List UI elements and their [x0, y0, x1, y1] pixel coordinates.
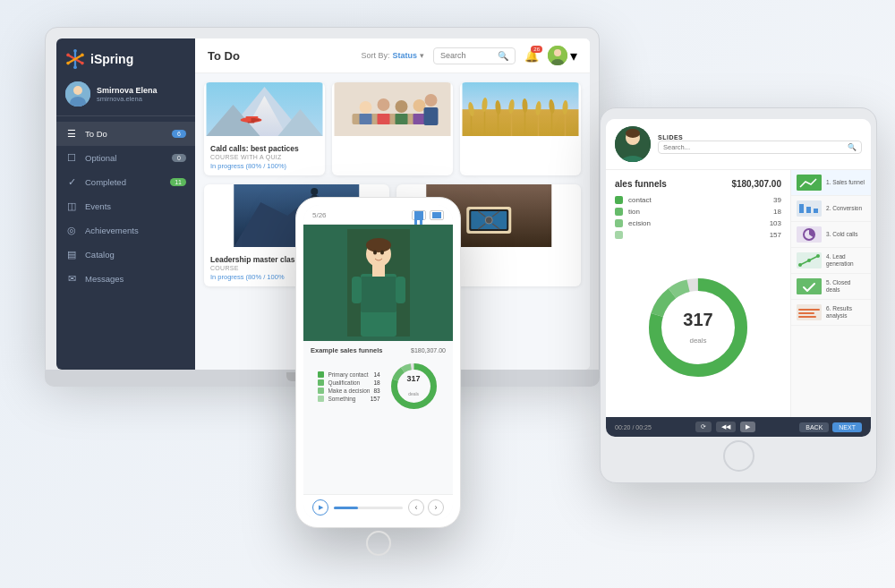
tablet-legend-row-1: tion 18 — [615, 208, 781, 216]
tablet-legend-label-1: tion — [628, 208, 640, 216]
phone-next-button[interactable]: › — [428, 499, 444, 516]
messages-icon: ✉ — [65, 273, 78, 285]
phone-donut-chart: 317 deals — [389, 362, 439, 411]
course-card-2[interactable] — [460, 82, 581, 175]
sidebar-item-todo[interactable]: ☰ To Do 6 — [56, 122, 195, 146]
footer-play-btn[interactable]: ▶ — [740, 422, 755, 432]
legend-dot-1 — [318, 379, 324, 386]
sidebar-item-events-label: Events — [85, 201, 111, 211]
notif-badge: 26 — [531, 46, 542, 53]
svg-point-34 — [425, 94, 438, 107]
sidebar-item-optional[interactable]: ☐ Optional 0 — [56, 146, 195, 170]
footer-back-btn[interactable]: BACK — [799, 422, 829, 432]
tablet-legend-row-3: 157 — [615, 231, 781, 239]
tablet-slide-2[interactable]: 2. Conversion — [791, 196, 871, 222]
tablet-slide-4[interactable]: 4. Lead generation — [791, 248, 871, 274]
user-menu-button[interactable]: ▾ — [548, 46, 577, 65]
tablet-legend-row-2: ecision 103 — [615, 219, 781, 227]
tablet-home-button[interactable] — [723, 440, 754, 472]
legend-label-0: Primary contact — [328, 371, 368, 378]
phone-progress-bar — [334, 507, 403, 509]
footer-controls: ⟳ ◀◀ ▶ — [695, 422, 755, 432]
laptop-sidebar: iSpring Smirnova Elena smirno — [56, 38, 195, 370]
phone-list-view[interactable] — [430, 210, 444, 220]
tablet-slide-6[interactable]: 6. Results analysis — [791, 300, 871, 326]
tablet-slide-1[interactable]: 1. Sales funnel — [791, 170, 871, 196]
user-info: Smirnova Elena smirnova.elena — [97, 86, 186, 103]
slide-thumb-6 — [797, 304, 822, 320]
sidebar-item-achievements[interactable]: ◎ Achievements — [56, 218, 195, 243]
sidebar-user: Smirnova Elena smirnova.elena — [56, 76, 195, 116]
search-input[interactable] — [440, 51, 494, 60]
svg-rect-32 — [396, 114, 408, 124]
phone-shell: 5/26 — [295, 197, 461, 528]
tablet-slide-3[interactable]: 3. Cold calls — [791, 222, 871, 248]
svg-point-8 — [81, 54, 84, 57]
tablet-legend-dot-1 — [615, 208, 623, 216]
tablet-screen: SLIDES 🔍 ales funnels $180,307.00 — [606, 119, 871, 437]
footer-replay-btn[interactable]: ⟳ — [695, 422, 712, 432]
search-box[interactable]: 🔍 — [433, 47, 516, 64]
svg-point-5 — [66, 54, 70, 57]
footer-nav: BACK NEXT — [799, 422, 862, 432]
tablet-donut-number: 317 — [683, 309, 712, 329]
tablet-shell: SLIDES 🔍 ales funnels $180,307.00 — [600, 107, 877, 483]
footer-rewind-btn[interactable]: ◀◀ — [716, 422, 736, 432]
tablet: SLIDES 🔍 ales funnels $180,307.00 — [600, 107, 877, 483]
tablet-chart-title: ales funnels — [615, 179, 667, 192]
sort-arrow[interactable]: ▾ — [420, 51, 424, 60]
optional-icon: ☐ — [65, 152, 78, 164]
notification-button[interactable]: 🔔 26 — [524, 49, 539, 63]
sort-value[interactable]: Status — [392, 51, 417, 60]
svg-rect-106 — [798, 316, 816, 318]
legend-item-0: Primary contact 14 — [318, 371, 379, 378]
logo-text: iSpring — [90, 52, 133, 66]
phone-home-button[interactable] — [366, 531, 391, 556]
sidebar-item-messages[interactable]: ✉ Messages — [56, 267, 195, 291]
presenter-avatar — [347, 229, 410, 337]
sidebar-item-completed[interactable]: ✓ Completed 11 — [56, 170, 195, 194]
svg-rect-31 — [378, 114, 390, 124]
legend-dot-3 — [318, 396, 324, 402]
svg-rect-104 — [798, 309, 820, 311]
tablet-content: ales funnels $180,307.00 contact 39 — [606, 170, 871, 417]
tablet-search-icon: 🔍 — [848, 143, 857, 151]
sort-by: Sort By: Status ▾ — [361, 51, 424, 60]
user-header-avatar — [548, 46, 567, 65]
sidebar-item-events[interactable]: ◫ Events — [56, 194, 195, 218]
tablet-search-input[interactable] — [663, 143, 845, 151]
svg-rect-35 — [424, 107, 439, 125]
course-card-0[interactable]: Cald calls: best pactices COURSE WITH A … — [204, 82, 325, 175]
phone-grid-view[interactable] — [412, 210, 426, 220]
legend-label-1: Qualification — [328, 379, 360, 386]
phone-chart-title: Example sales funnels — [311, 346, 382, 354]
slide-thumb-3 — [797, 226, 822, 243]
tablet-slide-5[interactable]: 5. Closed deals — [791, 274, 871, 300]
tablet-legend-dot-0 — [615, 196, 623, 204]
tablet-search-box[interactable]: 🔍 — [658, 141, 862, 154]
user-dropdown-arrow: ▾ — [570, 47, 577, 64]
footer-next-btn[interactable]: NEXT — [832, 422, 862, 432]
tablet-legend-val-1: 18 — [773, 208, 781, 216]
svg-point-72 — [366, 238, 391, 252]
legend-dot-0 — [318, 371, 324, 378]
slide-thumb-4 — [797, 252, 822, 268]
phone-play-button[interactable] — [312, 499, 328, 516]
slide-thumb-1 — [797, 175, 822, 191]
svg-point-13 — [554, 49, 561, 56]
phone-prev-button[interactable]: ‹ — [408, 499, 424, 516]
tablet-donut-text: 317 deals — [683, 309, 712, 345]
legend-item-1: Qualification 18 — [318, 379, 379, 386]
course-grid-top: Cald calls: best pactices COURSE WITH A … — [195, 73, 590, 184]
tablet-donut-chart: 317 deals — [644, 274, 752, 381]
svg-rect-105 — [798, 312, 814, 314]
slide-label-6: 6. Results analysis — [826, 305, 865, 320]
svg-rect-94 — [814, 209, 818, 213]
tablet-legend-val-0: 39 — [773, 196, 781, 204]
slide-label-2: 2. Conversion — [826, 205, 862, 212]
sidebar-item-catalog[interactable]: ▤ Catalog — [56, 243, 195, 267]
legend-val-3: 157 — [371, 396, 380, 402]
course-card-1[interactable] — [332, 82, 453, 175]
svg-point-7 — [66, 62, 70, 65]
tablet-footer: 00:20 / 00:25 ⟳ ◀◀ ▶ BACK NEXT — [606, 417, 871, 437]
